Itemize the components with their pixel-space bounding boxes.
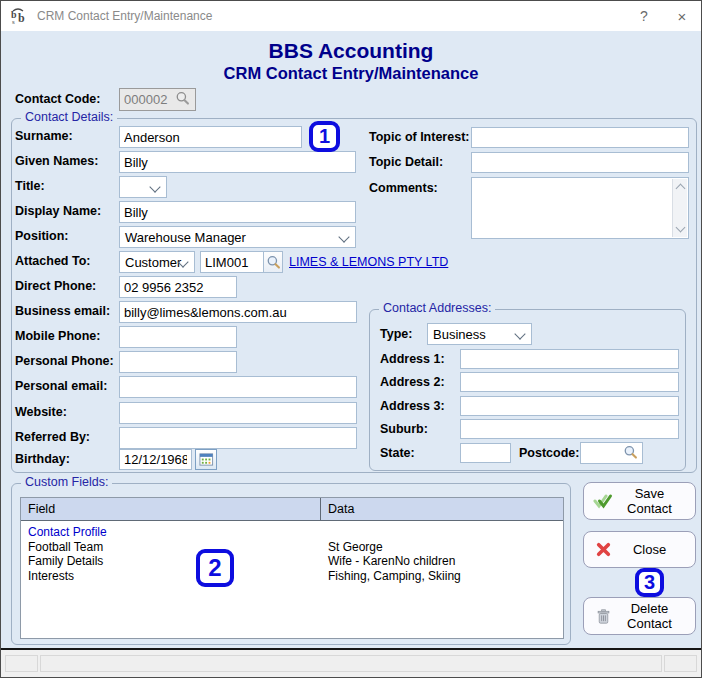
contact-details-legend: Contact Details: — [21, 110, 117, 124]
address1-field[interactable] — [460, 349, 679, 369]
title-select[interactable] — [119, 176, 167, 198]
website-field[interactable] — [119, 402, 357, 424]
position-select[interactable]: Warehouse Manager — [119, 226, 356, 248]
referred-by-field[interactable] — [119, 427, 357, 449]
row-field[interactable]: Family Details — [21, 554, 321, 569]
bsb-logo-icon: b s b — [9, 7, 31, 25]
comments-textarea[interactable] — [471, 177, 689, 239]
row-field[interactable]: Contact Profile — [21, 525, 321, 540]
address-type-value: Business — [433, 327, 486, 342]
address-type-label: Type: — [380, 327, 412, 341]
state-field[interactable] — [460, 443, 511, 463]
column-header-data[interactable]: Data — [321, 502, 563, 516]
screen-title: CRM Contact Entry/Maintenance — [1, 64, 701, 83]
attached-to-type-select[interactable]: Customer — [119, 251, 195, 273]
personal-email-label: Personal email: — [15, 379, 107, 393]
save-check-icon — [593, 493, 613, 509]
custom-fields-legend: Custom Fields: — [21, 475, 112, 489]
annotation-marker-1: 1 — [309, 121, 340, 152]
attached-to-entity-link[interactable]: LIMES & LEMONS PTY LTD — [289, 255, 448, 269]
address1-label: Address 1: — [380, 352, 445, 366]
chevron-down-icon — [149, 181, 160, 192]
status-cell-right — [664, 655, 697, 672]
birthday-field[interactable] — [119, 449, 192, 470]
contact-addresses-group: Contact Addresses: Type: Business Addres… — [369, 309, 686, 471]
suburb-field[interactable] — [460, 419, 679, 439]
contact-code-search-icon[interactable] — [175, 91, 190, 106]
svg-text:s: s — [12, 18, 15, 25]
attached-to-type-value: Customer — [125, 255, 181, 270]
personal-phone-label: Personal Phone: — [15, 354, 114, 368]
comments-scrollbar[interactable] — [672, 179, 687, 237]
attached-to-search-button[interactable] — [263, 251, 283, 273]
suburb-label: Suburb: — [380, 422, 428, 436]
surname-field[interactable] — [119, 126, 302, 148]
topic-of-interest-field[interactable] — [471, 127, 689, 148]
annotation-marker-2: 2 — [196, 549, 234, 587]
address-type-select[interactable]: Business — [427, 323, 532, 345]
mobile-phone-field[interactable] — [119, 326, 237, 348]
chevron-down-icon — [338, 231, 349, 242]
business-email-field[interactable] — [119, 301, 357, 323]
display-name-field[interactable] — [119, 201, 356, 223]
window-title: CRM Contact Entry/Maintenance — [37, 9, 625, 23]
trash-icon — [593, 609, 613, 624]
row-field[interactable]: Interests — [21, 569, 321, 584]
postcode-search-icon[interactable] — [623, 445, 638, 460]
address3-label: Address 3: — [380, 399, 445, 413]
custom-fields-table: Field Data Contact Profile Football Team… — [20, 497, 564, 639]
delete-button-label: Delete Contact — [613, 601, 686, 631]
save-button-label: Save Contact — [613, 486, 686, 516]
svg-text:b: b — [18, 11, 25, 25]
annotation-marker-3: 3 — [635, 568, 664, 597]
delete-contact-button[interactable]: Delete Contact — [583, 597, 696, 635]
row-data — [321, 525, 563, 540]
close-button[interactable]: Close — [583, 531, 696, 568]
row-data: St George — [321, 540, 563, 555]
table-row[interactable]: Football Team St George — [21, 540, 563, 555]
scroll-up-icon[interactable] — [675, 184, 685, 194]
given-names-label: Given Names: — [15, 154, 98, 168]
custom-fields-header: Field Data — [21, 498, 563, 521]
postcode-label: Postcode: — [519, 446, 579, 460]
attached-to-label: Attached To: — [15, 254, 90, 268]
column-header-field[interactable]: Field — [21, 498, 321, 520]
row-data: Fishing, Camping, Skiing — [321, 569, 563, 584]
status-cell-main — [40, 655, 662, 672]
personal-phone-field[interactable] — [119, 351, 237, 373]
topic-of-interest-label: Topic of Interest: — [369, 130, 469, 144]
address3-field[interactable] — [460, 396, 679, 416]
close-window-button[interactable]: × — [663, 1, 701, 31]
table-row[interactable]: Contact Profile — [21, 525, 563, 540]
display-name-label: Display Name: — [15, 204, 101, 218]
address2-field[interactable] — [460, 372, 679, 392]
row-field[interactable]: Football Team — [21, 540, 321, 555]
attached-to-code-field[interactable] — [200, 251, 264, 273]
surname-label: Surname: — [15, 129, 73, 143]
scroll-down-icon[interactable] — [675, 223, 685, 233]
close-button-label: Close — [613, 542, 686, 557]
birthday-calendar-button[interactable] — [195, 449, 217, 470]
table-row[interactable]: Interests Fishing, Camping, Skiing — [21, 569, 563, 584]
topic-detail-label: Topic Detail: — [369, 155, 443, 169]
position-label: Position: — [15, 229, 68, 243]
form-body: BBS Accounting CRM Contact Entry/Mainten… — [1, 31, 701, 648]
direct-phone-field[interactable] — [119, 276, 237, 298]
title-bar: b s b CRM Contact Entry/Maintenance ? × — [1, 1, 701, 31]
comments-label: Comments: — [369, 181, 438, 195]
chevron-down-icon — [514, 328, 525, 339]
given-names-field[interactable] — [119, 151, 356, 173]
topic-detail-field[interactable] — [471, 152, 689, 173]
direct-phone-label: Direct Phone: — [15, 279, 96, 293]
close-x-icon — [593, 542, 613, 557]
help-button[interactable]: ? — [625, 1, 663, 31]
personal-email-field[interactable] — [119, 376, 357, 398]
table-row[interactable]: Family Details Wife - KarenNo children — [21, 554, 563, 569]
address2-label: Address 2: — [380, 375, 445, 389]
business-email-label: Business email: — [15, 304, 110, 318]
contact-addresses-legend: Contact Addresses: — [379, 301, 495, 315]
contact-code-label: Contact Code: — [15, 92, 100, 106]
custom-fields-group: Custom Fields: Field Data Contact Profil… — [11, 483, 571, 645]
save-contact-button[interactable]: Save Contact — [583, 482, 696, 520]
calendar-icon — [199, 452, 214, 467]
